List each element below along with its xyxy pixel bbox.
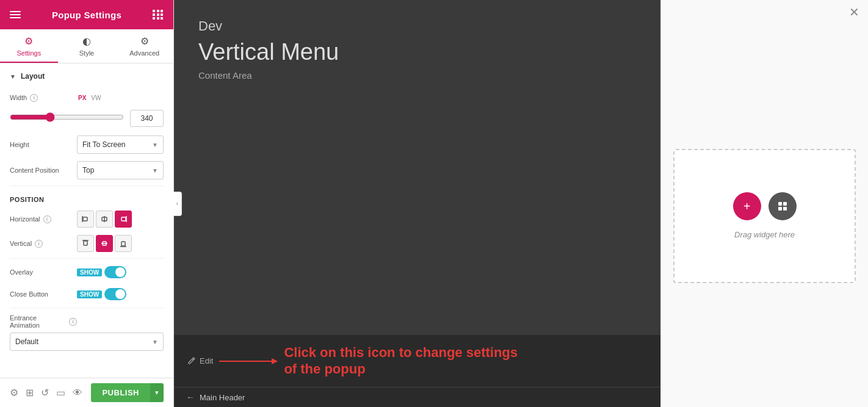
tab-settings-label: Settings — [16, 49, 41, 57]
svg-rect-12 — [778, 202, 782, 206]
width-field-row: Width i PX VW — [0, 87, 173, 109]
content-area-label: Content Area — [198, 70, 636, 81]
preview-icon[interactable]: 👁 — [73, 387, 82, 398]
grid-icon[interactable] — [153, 10, 164, 20]
height-dropdown-value: Fit To Screen — [82, 140, 125, 149]
right-panel-body: + Drag widget here — [661, 24, 868, 407]
annotation-text: Click on this icon to change settings of… — [284, 345, 528, 377]
horizontal-align-group — [77, 211, 132, 228]
settings-tab-icon: ⚙ — [24, 35, 33, 47]
edit-icon — [186, 356, 196, 366]
drop-zone-label: Drag widget here — [734, 230, 795, 239]
horizontal-right-btn[interactable] — [115, 211, 132, 228]
svg-rect-13 — [783, 202, 787, 206]
main-content: Dev Vertical Menu Content Area Edit Clic… — [174, 0, 660, 407]
horizontal-field-row: Horizontal i — [0, 207, 173, 231]
overlay-toggle-switch[interactable] — [104, 266, 126, 278]
drop-zone[interactable]: + Drag widget here — [673, 149, 856, 283]
horizontal-left-btn[interactable] — [77, 211, 94, 228]
horizontal-control — [77, 211, 164, 228]
width-info-icon[interactable]: i — [30, 94, 38, 102]
svg-rect-5 — [121, 217, 126, 221]
right-panel: ✕ + Drag widget here — [660, 0, 868, 407]
overlay-control: SHOW — [77, 266, 164, 278]
nav-label: Main Header — [200, 393, 245, 402]
svg-rect-7 — [84, 241, 87, 245]
annotation-arrowhead — [272, 358, 278, 364]
settings-icon[interactable]: ⚙ — [10, 387, 18, 398]
entrance-animation-dropdown[interactable]: Default ▼ — [10, 333, 164, 351]
panel-title: Popup Settings — [52, 10, 121, 20]
page-label: Dev — [198, 18, 636, 34]
main-nav-bar: ← Main Header — [174, 387, 660, 407]
height-dropdown[interactable]: Fit To Screen ▼ — [77, 135, 164, 154]
close-button-toggle-label: SHOW — [77, 290, 102, 298]
vertical-middle-btn[interactable] — [96, 235, 113, 252]
page-title: Vertical Menu — [198, 39, 636, 65]
divider-1 — [10, 185, 164, 186]
horizontal-label: Horizontal i — [10, 215, 77, 223]
vertical-label: Vertical i — [10, 240, 77, 248]
height-control: Fit To Screen ▼ — [77, 135, 164, 154]
height-field-row: Height Fit To Screen ▼ — [0, 132, 173, 157]
close-button-field-row: Close Button SHOW — [0, 283, 173, 305]
content-position-field-row: Content Position Top ▼ — [0, 157, 173, 183]
widget-library-icon[interactable] — [769, 192, 797, 220]
vertical-bottom-btn[interactable] — [115, 235, 132, 252]
hamburger-icon[interactable] — [10, 11, 21, 18]
entrance-animation-info-icon[interactable]: i — [69, 318, 77, 326]
panel-header: Popup Settings — [0, 0, 173, 29]
advanced-tab-icon: ⚙ — [140, 35, 149, 47]
tab-style[interactable]: ◐ Style — [58, 29, 116, 63]
unit-vw[interactable]: VW — [90, 94, 102, 102]
annotation-arrow-container — [219, 361, 274, 362]
publish-wrap: PUBLISH ▾ — [91, 383, 164, 402]
history-icon[interactable]: ↺ — [41, 387, 49, 398]
close-button[interactable]: ✕ — [849, 6, 859, 18]
height-label: Height — [10, 141, 77, 148]
panel-footer: ⚙ ⊞ ↺ ▭ 👁 PUBLISH ▾ — [0, 378, 173, 407]
content-position-dropdown[interactable]: Top ▼ — [77, 161, 164, 179]
vertical-info-icon[interactable]: i — [35, 240, 43, 248]
svg-rect-11 — [121, 242, 125, 246]
drop-zone-icons: + — [733, 192, 797, 220]
collapse-handle[interactable]: ‹ — [173, 192, 182, 216]
nav-arrow-icon: ← — [186, 392, 195, 402]
divider-2 — [10, 258, 164, 259]
horizontal-center-btn[interactable] — [96, 211, 113, 228]
add-widget-icon[interactable]: + — [733, 192, 761, 220]
layers-icon[interactable]: ⊞ — [26, 387, 34, 398]
horizontal-info-icon[interactable]: i — [43, 215, 51, 223]
tab-style-label: Style — [79, 49, 94, 57]
width-number-input[interactable]: 340 — [130, 110, 164, 127]
unit-px[interactable]: PX — [77, 94, 87, 102]
overlay-field-row: Overlay SHOW — [0, 261, 173, 283]
entrance-animation-chevron: ▼ — [152, 339, 158, 345]
vertical-control — [77, 235, 164, 252]
edit-icon-btn[interactable]: Edit — [186, 356, 213, 366]
close-button-toggle-switch[interactable] — [104, 288, 126, 300]
width-slider-row: 340 — [0, 109, 173, 132]
bottom-annotation-bar: Edit Click on this icon to change settin… — [174, 335, 660, 387]
width-label: Width i — [10, 94, 77, 102]
layout-section-header[interactable]: ▼ Layout — [0, 63, 173, 87]
close-button-label: Close Button — [10, 290, 77, 298]
width-slider[interactable] — [10, 112, 124, 122]
panel-tabs: ⚙ Settings ◐ Style ⚙ Advanced — [0, 29, 173, 63]
unit-toggle: PX VW — [77, 94, 102, 102]
vertical-top-btn[interactable] — [77, 235, 94, 252]
tab-advanced-label: Advanced — [129, 49, 159, 57]
width-control: PX VW — [77, 94, 164, 102]
divider-3 — [10, 308, 164, 308]
publish-button[interactable]: PUBLISH — [91, 383, 150, 402]
svg-rect-14 — [778, 207, 782, 211]
overlay-toggle-label: SHOW — [77, 268, 102, 276]
responsive-icon[interactable]: ▭ — [56, 387, 65, 398]
height-dropdown-chevron: ▼ — [152, 142, 158, 148]
entrance-animation-label: Entrance Animation i — [10, 314, 77, 329]
publish-arrow-button[interactable]: ▾ — [150, 383, 164, 402]
tab-advanced[interactable]: ⚙ Advanced — [115, 29, 173, 63]
tab-settings[interactable]: ⚙ Settings — [0, 29, 58, 63]
layout-section-label: Layout — [21, 72, 45, 81]
entrance-animation-control: Default ▼ — [10, 333, 164, 351]
